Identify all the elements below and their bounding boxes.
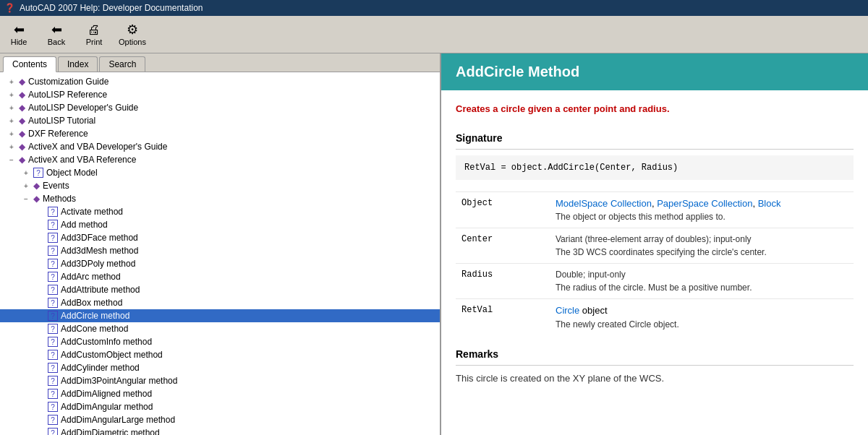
tree-item-label: AddBox method	[61, 298, 122, 308]
tree-item[interactable]: −◆Methods	[0, 192, 440, 205]
tree-item-label: AddCylinder method	[61, 363, 140, 373]
tree-item[interactable]: ?AddArc method	[0, 270, 440, 283]
tab-search[interactable]: Search	[99, 56, 145, 72]
tree-toggle-icon[interactable]: −	[20, 195, 32, 203]
back-button[interactable]: ⬅ Back	[43, 23, 69, 46]
param-link[interactable]: Circle	[556, 305, 579, 316]
tree-item[interactable]: ?AddCustomInfo method	[0, 335, 440, 348]
tree-item[interactable]: ?AddDim3PointAngular method	[0, 374, 440, 387]
tree-item-label: ActiveX and VBA Developer's Guide	[28, 142, 167, 152]
book-icon: ◆	[19, 116, 25, 126]
tree-toggle-icon[interactable]: +	[6, 117, 17, 125]
tree-item[interactable]: ?AddDimAngularLarge method	[0, 413, 440, 426]
tree-toggle-icon[interactable]: +	[6, 104, 17, 112]
tree-toggle-icon[interactable]: +	[20, 182, 32, 190]
tree-item-label: AddDim3PointAngular method	[61, 376, 177, 386]
tree-item[interactable]: +?Object Model	[0, 166, 440, 179]
doc-icon: ?	[48, 298, 58, 308]
param-row: RetValCircle objectThe newly created Cir…	[456, 299, 854, 335]
tab-index[interactable]: Index	[58, 56, 98, 72]
tree-item[interactable]: ?AddBox method	[0, 296, 440, 309]
tree-item[interactable]: ?Activate method	[0, 205, 440, 218]
hide-button[interactable]: ⬅ Hide	[6, 23, 32, 46]
doc-icon: ?	[48, 311, 58, 321]
param-type-desc: Double; input-only	[556, 268, 848, 281]
doc-icon: ?	[48, 272, 58, 282]
tree-item-label: Add3DFace method	[61, 233, 138, 243]
param-name-cell: Object	[456, 191, 550, 228]
tree-item-label: Customization Guide	[28, 77, 109, 87]
tree-item[interactable]: +◆AutoLISP Tutorial	[0, 114, 440, 127]
tree-item[interactable]: +◆AutoLISP Reference	[0, 88, 440, 101]
doc-icon: ?	[48, 233, 58, 243]
tree-toggle-icon[interactable]: +	[20, 169, 32, 177]
tree-item[interactable]: ?AddCustomObject method	[0, 348, 440, 361]
param-name-cell: RetVal	[456, 299, 550, 335]
tree-item[interactable]: +◆AutoLISP Developer's Guide	[0, 101, 440, 114]
param-link[interactable]: PaperSpace Collection	[657, 198, 752, 209]
titlebar: ❓ AutoCAD 2007 Help: Developer Documenta…	[0, 0, 868, 16]
folder-icon: ◆	[33, 194, 40, 204]
event-icon: ◆	[33, 181, 40, 191]
options-button[interactable]: ⚙ Options	[119, 23, 146, 46]
tree-item-label: AutoLISP Reference	[28, 90, 107, 100]
content-summary: Creates a circle given a center point an…	[456, 102, 854, 116]
tree-container[interactable]: +◆Customization Guide+◆AutoLISP Referenc…	[0, 72, 440, 435]
doc-icon: ?	[48, 402, 58, 412]
param-description: The 3D WCS coordinates specifying the ci…	[556, 246, 848, 259]
doc-icon: ?	[48, 324, 58, 334]
tree-item-label: ActiveX and VBA Reference	[28, 155, 136, 165]
tree-item[interactable]: ?AddDimAngular method	[0, 400, 440, 413]
toolbar: ⬅ Hide ⬅ Back 🖨 Print ⚙ Options	[0, 16, 868, 53]
doc-icon: ?	[48, 246, 58, 256]
param-row: ObjectModelSpace Collection, PaperSpace …	[456, 191, 854, 228]
tree-item[interactable]: −◆ActiveX and VBA Reference	[0, 153, 440, 166]
tab-contents[interactable]: Contents	[3, 56, 56, 72]
tree-item[interactable]: ?AddCircle method	[0, 309, 440, 322]
tab-bar: Contents Index Search	[0, 53, 440, 72]
param-link[interactable]: ModelSpace Collection	[556, 198, 652, 209]
book-icon: ◆	[19, 129, 25, 139]
doc-icon: ?	[33, 168, 43, 178]
print-button[interactable]: 🖨 Print	[81, 23, 107, 46]
back-icon: ⬅	[51, 23, 62, 36]
tree-item[interactable]: ?Add3dMesh method	[0, 244, 440, 257]
tree-toggle-icon[interactable]: −	[6, 156, 17, 164]
doc-icon: ?	[48, 259, 58, 269]
tree-item-label: AutoLISP Developer's Guide	[28, 103, 138, 113]
param-desc-cell: ModelSpace Collection, PaperSpace Collec…	[550, 191, 854, 228]
tree-item[interactable]: +◆DXF Reference	[0, 127, 440, 140]
book-icon: ◆	[19, 90, 25, 100]
tree-item[interactable]: ?Add3DPoly method	[0, 257, 440, 270]
tree-item-label: Activate method	[61, 207, 123, 217]
tree-item-label: DXF Reference	[28, 129, 88, 139]
param-link[interactable]: Block	[758, 198, 781, 209]
doc-icon: ?	[48, 350, 58, 360]
param-name-cell: Radius	[456, 264, 550, 299]
tree-toggle-icon[interactable]: +	[6, 143, 17, 151]
tree-item[interactable]: +◆ActiveX and VBA Developer's Guide	[0, 140, 440, 153]
tree-item[interactable]: ?AddDimDiametric method	[0, 426, 440, 435]
tree-item[interactable]: +◆Events	[0, 179, 440, 192]
tree-item-label: AddAttribute method	[61, 285, 140, 295]
tree-item[interactable]: ?AddCone method	[0, 322, 440, 335]
tree-item[interactable]: ?AddCylinder method	[0, 361, 440, 374]
param-description: The radius of the circle. Must be a posi…	[556, 281, 848, 294]
tree-item-label: AddCircle method	[61, 311, 129, 321]
tree-item[interactable]: ?Add method	[0, 218, 440, 231]
tree-toggle-icon[interactable]: +	[6, 91, 17, 99]
tree-item[interactable]: +◆Customization Guide	[0, 75, 440, 88]
tree-item-label: AddArc method	[61, 272, 121, 282]
back-label: Back	[48, 38, 65, 46]
left-panel: Contents Index Search +◆Customization Gu…	[0, 53, 441, 435]
tree-item[interactable]: ?AddAttribute method	[0, 283, 440, 296]
param-type-desc: Variant (three-element array of doubles)…	[556, 233, 848, 246]
tree-toggle-icon[interactable]: +	[6, 130, 17, 138]
param-name-cell: Center	[456, 228, 550, 264]
remarks-heading: Remarks	[456, 347, 854, 366]
tree-toggle-icon[interactable]: +	[6, 78, 17, 86]
doc-icon: ?	[48, 220, 58, 230]
tree-item[interactable]: ?AddDimAligned method	[0, 387, 440, 400]
remarks-text: This circle is created on the XY plane o…	[456, 371, 854, 386]
tree-item[interactable]: ?Add3DFace method	[0, 231, 440, 244]
